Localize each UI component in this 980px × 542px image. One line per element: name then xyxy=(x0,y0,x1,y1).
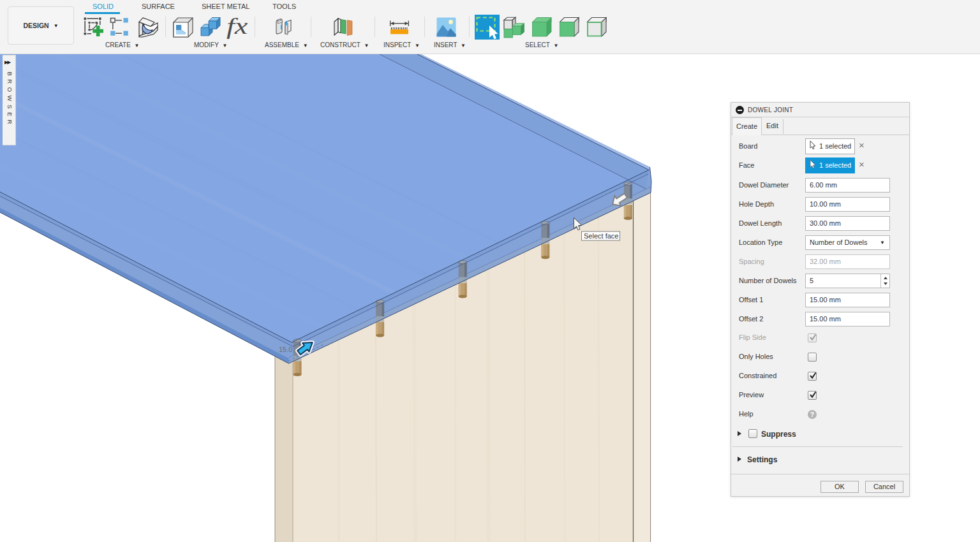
svg-text:15.0: 15.0 xyxy=(279,346,292,353)
svg-text:Select face: Select face xyxy=(584,232,618,240)
